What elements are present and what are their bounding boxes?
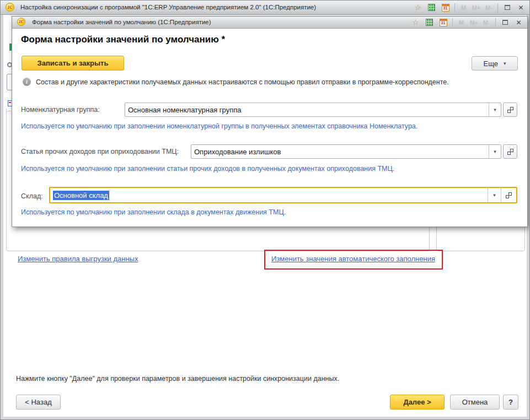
default-values-dialog: 1С Форма настройки значений по умолчанию… bbox=[12, 16, 528, 227]
warehouse-field[interactable]: Основной склад ▾ bbox=[49, 187, 517, 203]
favorites-button[interactable]: ☆ bbox=[412, 2, 424, 13]
outer-window-title: Настройка синхронизации с программой "1С… bbox=[20, 1, 316, 14]
dialog-titlebar-buttons: ☆ 31 M M+ M- ✕ bbox=[410, 17, 524, 28]
star-icon: ☆ bbox=[415, 4, 421, 11]
maximize-button[interactable] bbox=[501, 2, 513, 13]
close-icon: ✕ bbox=[518, 4, 523, 11]
more-button-label: Еще bbox=[484, 60, 498, 68]
nomenclature-group-label: Номенклатурная группа: bbox=[21, 103, 100, 117]
memory-m-plus-button: M+ bbox=[469, 19, 479, 26]
star-icon: ☆ bbox=[413, 19, 419, 26]
info-icon: i bbox=[23, 78, 31, 86]
nomenclature-group-value[interactable]: Основная номенклатурная группа bbox=[125, 103, 489, 116]
calculator-icon bbox=[426, 19, 433, 26]
memory-m-plus-button: M+ bbox=[471, 4, 481, 11]
calendar-icon: 31 bbox=[440, 19, 447, 26]
income-item-field[interactable]: Оприходование излишков ▾ bbox=[191, 144, 501, 159]
change-autofill-values-link[interactable]: Изменить значения автоматического заполн… bbox=[271, 255, 435, 263]
info-text: Состав и другие характеристики получаемы… bbox=[36, 78, 449, 86]
outer-titlebar-buttons: ☆ 31 M M+ M- ✕ bbox=[412, 1, 527, 14]
chevron-down-icon: ▾ bbox=[494, 107, 496, 112]
selected-text: Основной склад bbox=[53, 191, 109, 200]
nomenclature-group-hint: Используется по умолчанию при заполнении… bbox=[21, 122, 417, 130]
chevron-down-icon: ▾ bbox=[504, 61, 506, 66]
dialog-titlebar: 1С Форма настройки значений по умолчанию… bbox=[12, 17, 527, 29]
close-button[interactable]: ✕ bbox=[515, 2, 527, 13]
dialog-title: Форма настройки значений по умолчанию (1… bbox=[32, 17, 211, 28]
close-button[interactable]: ✕ bbox=[513, 17, 524, 28]
outer-titlebar: 1С Настройка синхронизации с программой … bbox=[1, 1, 529, 15]
next-button[interactable]: Далее > bbox=[390, 395, 445, 410]
maximize-icon bbox=[502, 20, 508, 25]
open-value-icon bbox=[507, 107, 513, 113]
warehouse-value[interactable]: Основной склад bbox=[50, 188, 488, 202]
info-banner: i Состав и другие характеристики получае… bbox=[23, 78, 508, 86]
titlebar-separator bbox=[452, 18, 453, 27]
chevron-down-icon: ▾ bbox=[493, 193, 496, 198]
titlebar-separator bbox=[454, 3, 455, 12]
chevron-down-icon: ▾ bbox=[494, 149, 496, 154]
calendar-button[interactable]: 31 bbox=[437, 17, 449, 28]
1c-logo-icon: 1С bbox=[6, 3, 14, 12]
1c-logo-icon: 1С bbox=[17, 18, 25, 26]
close-icon: ✕ bbox=[516, 19, 521, 26]
memory-m-button: M bbox=[456, 19, 467, 26]
memory-m-button: M bbox=[458, 4, 469, 11]
titlebar-separator bbox=[495, 18, 496, 27]
maximize-icon bbox=[505, 5, 510, 10]
favorites-button[interactable]: ☆ bbox=[410, 17, 421, 28]
nomenclature-group-open-button[interactable] bbox=[503, 103, 517, 117]
income-item-open-button[interactable] bbox=[503, 144, 517, 159]
income-item-hint: Используется по умолчанию при заполнении… bbox=[21, 165, 394, 173]
open-value-icon bbox=[507, 149, 513, 155]
warehouse-dropdown-button[interactable]: ▾ bbox=[488, 188, 501, 202]
calculator-button[interactable] bbox=[426, 2, 437, 13]
income-item-dropdown-button[interactable]: ▾ bbox=[489, 145, 501, 158]
save-and-close-button[interactable]: Записать и закрыть bbox=[22, 56, 124, 71]
warehouse-hint: Используется по умолчанию при заполнении… bbox=[21, 208, 286, 216]
wizard-footer-hint: Нажмите кнопку "Далее" для проверки пара… bbox=[16, 375, 339, 383]
maximize-button[interactable] bbox=[499, 17, 511, 28]
nomenclature-group-field[interactable]: Основная номенклатурная группа ▾ bbox=[125, 103, 501, 117]
outer-window: 1С Настройка синхронизации с программой … bbox=[0, 0, 530, 420]
calculator-button[interactable] bbox=[424, 17, 435, 28]
calculator-icon bbox=[428, 4, 435, 11]
dialog-heading: Форма настройки значений по умолчанию * bbox=[21, 34, 225, 45]
dialog-body: Форма настройки значений по умолчанию * … bbox=[12, 29, 527, 227]
income-item-label: Статья прочих доходов при оприходовании … bbox=[21, 144, 179, 159]
titlebar-separator bbox=[497, 3, 498, 12]
more-button[interactable]: Еще ▾ bbox=[472, 56, 518, 71]
warehouse-label: Склад: bbox=[21, 188, 43, 204]
memory-m-minus-button: M- bbox=[481, 19, 492, 26]
income-item-value[interactable]: Оприходование излишков bbox=[191, 145, 489, 158]
help-button[interactable]: ? bbox=[503, 395, 518, 410]
warehouse-open-button[interactable] bbox=[501, 188, 516, 202]
back-button[interactable]: < Назад bbox=[16, 395, 61, 410]
cancel-button[interactable]: Отмена bbox=[450, 395, 500, 410]
calendar-button[interactable]: 31 bbox=[440, 2, 451, 13]
nomenclature-group-dropdown-button[interactable]: ▾ bbox=[489, 103, 501, 116]
open-value-icon bbox=[506, 192, 512, 198]
memory-m-minus-button: M- bbox=[484, 4, 494, 11]
calendar-icon: 31 bbox=[442, 4, 449, 12]
change-upload-rules-link[interactable]: Изменить правила выгрузки данных bbox=[18, 255, 138, 263]
